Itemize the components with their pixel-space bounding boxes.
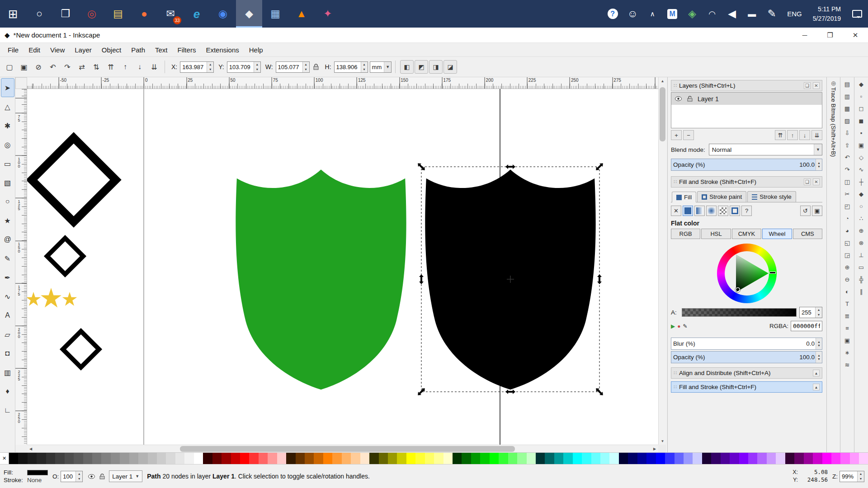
diamond-shape-large[interactable] [32, 138, 116, 222]
palette-swatch[interactable] [804, 453, 813, 464]
layer-lower-button[interactable]: ↓ [799, 130, 810, 140]
layer-lock-icon[interactable] [686, 96, 694, 102]
palette-swatch[interactable] [111, 453, 120, 464]
move-gradients-toggle[interactable]: ◨ [429, 60, 443, 74]
palette-swatch[interactable] [166, 453, 175, 464]
chrome-button[interactable]: ◉ [210, 0, 236, 28]
snap-page-border-toggle[interactable]: ▭ [855, 261, 867, 273]
opacity-spinner[interactable]: ▴▾ [75, 471, 82, 482]
palette-swatch[interactable] [721, 453, 730, 464]
snap-bbox-edges-toggle[interactable]: ◻ [855, 103, 867, 115]
palette-swatch[interactable] [536, 453, 545, 464]
defender-button[interactable]: ◈ [682, 0, 702, 28]
snap-grids-toggle[interactable]: ╬ [855, 273, 867, 286]
palette-swatch[interactable] [582, 453, 591, 464]
vlc-button[interactable]: ▲ [288, 0, 315, 28]
fill-stroke-dialog-button[interactable]: ◐ [841, 286, 853, 298]
palette-swatch[interactable] [37, 453, 46, 464]
mail-button[interactable]: ✉ 33 [157, 0, 184, 28]
palette-swatch[interactable] [46, 453, 55, 464]
flip-vertical-button[interactable]: ⇅ [90, 60, 103, 74]
palette-swatch[interactable] [184, 453, 193, 464]
select-all-button[interactable]: ▢ [3, 60, 16, 74]
mode-hsl-button[interactable]: HSL [701, 229, 731, 239]
units-dropdown[interactable]: mm▼ [370, 61, 392, 73]
pencil-tool[interactable]: ✎ [1, 249, 14, 268]
palette-swatch[interactable] [573, 453, 582, 464]
raise-to-top-button[interactable]: ⇈ [104, 60, 118, 74]
palette-swatch[interactable] [794, 453, 803, 464]
layers-panel-header[interactable]: ∷ Layers (Shift+Ctrl+L) ❏ ✕ [671, 80, 822, 91]
palette-swatch[interactable] [388, 453, 397, 464]
h-spinner[interactable]: ▴▾ [361, 62, 368, 72]
palette-swatch[interactable] [296, 453, 305, 464]
palette-swatch[interactable] [757, 453, 766, 464]
palette-swatch[interactable] [702, 453, 711, 464]
y-spinner[interactable]: ▴▾ [254, 62, 260, 72]
palette-swatch[interactable] [480, 453, 489, 464]
document-new-button[interactable]: ▤ [841, 78, 853, 90]
close-button[interactable]: ✕ [843, 28, 868, 42]
expand-icon[interactable]: ▴ [813, 384, 820, 390]
zoom-spinner[interactable]: ▴▾ [857, 471, 864, 482]
menu-item[interactable]: Extensions [201, 44, 244, 56]
hidden-icons-button[interactable]: ∧ [642, 0, 662, 28]
drawing-canvas[interactable] [27, 89, 658, 445]
snap-bbox-toggle[interactable]: ▫ [855, 90, 867, 103]
palette-swatch[interactable] [120, 453, 129, 464]
layers-dialog-button[interactable]: ≋ [841, 359, 853, 371]
cut-button[interactable]: ✂ [841, 188, 853, 200]
palette-swatch[interactable] [138, 453, 147, 464]
layers-opacity-spinner[interactable]: ▲▼ [816, 159, 822, 170]
palette-swatch[interactable] [425, 453, 434, 464]
palette-swatch[interactable] [369, 453, 378, 464]
palette-swatch[interactable] [415, 453, 425, 464]
palette-swatch[interactable] [591, 453, 600, 464]
h-input[interactable] [335, 62, 361, 72]
add-layer-button[interactable]: + [671, 130, 682, 140]
y-input[interactable] [227, 62, 254, 72]
current-layer-dropdown[interactable]: Layer 1 ▼ [109, 470, 142, 482]
swatches-button[interactable]: ▣ [812, 206, 822, 216]
palette-swatch[interactable] [18, 453, 27, 464]
dropper-tool[interactable]: ♦ [1, 382, 14, 401]
rgba-input[interactable] [791, 321, 822, 331]
palette-swatch[interactable] [286, 453, 295, 464]
zoom-drawing-button[interactable]: ◔ [841, 212, 853, 225]
palette-swatch[interactable] [840, 453, 849, 464]
scale-stroke-toggle[interactable]: ◧ [400, 60, 414, 74]
palette-swatch[interactable] [545, 453, 554, 464]
minimize-button[interactable]: ─ [792, 28, 817, 42]
eraser-tool[interactable]: ▱ [1, 325, 14, 344]
scale-corners-toggle[interactable]: ◩ [415, 60, 428, 74]
palette-swatch[interactable] [628, 453, 637, 464]
palette-swatch[interactable] [619, 453, 628, 464]
scroll-down-icon[interactable]: ▼ [659, 437, 666, 445]
preferences-button[interactable]: ∗ [841, 347, 853, 359]
align-dialog-button[interactable]: ≡ [841, 322, 853, 334]
selector-tool[interactable]: ➤ [1, 78, 14, 97]
selection-handle-s[interactable] [505, 389, 515, 394]
palette-swatch[interactable] [332, 453, 341, 464]
stroke-indicator-value[interactable]: None [27, 477, 42, 483]
layer-visibility-icon[interactable] [674, 96, 682, 101]
lock-ratio-button[interactable] [311, 64, 321, 70]
selection-handle-w[interactable] [419, 274, 424, 284]
palette-swatch[interactable] [74, 453, 83, 464]
palette-swatch[interactable] [453, 453, 462, 464]
remove-layer-button[interactable]: − [683, 130, 694, 140]
document-save-button[interactable]: ▦ [841, 103, 853, 115]
lower-to-bottom-button[interactable]: ⇊ [147, 60, 161, 74]
palette-swatch[interactable] [730, 453, 739, 464]
selection-handle-sw[interactable] [416, 387, 427, 397]
alpha-input[interactable] [800, 307, 815, 318]
scroll-up-icon[interactable]: ▲ [659, 77, 666, 84]
menu-item[interactable]: Filters [173, 44, 201, 56]
object-opacity-spinner[interactable]: ▲▼ [816, 352, 822, 363]
fill-stroke-collapsed-header[interactable]: ∷ Fill and Stroke (Shift+Ctrl+F) ▴ [671, 381, 822, 393]
node-tool[interactable]: △ [1, 97, 14, 116]
palette-swatch[interactable] [822, 453, 831, 464]
language-indicator[interactable]: ENG [782, 0, 807, 28]
palette-swatch[interactable] [203, 453, 212, 464]
blur-spinner[interactable]: ▲▼ [816, 338, 822, 349]
